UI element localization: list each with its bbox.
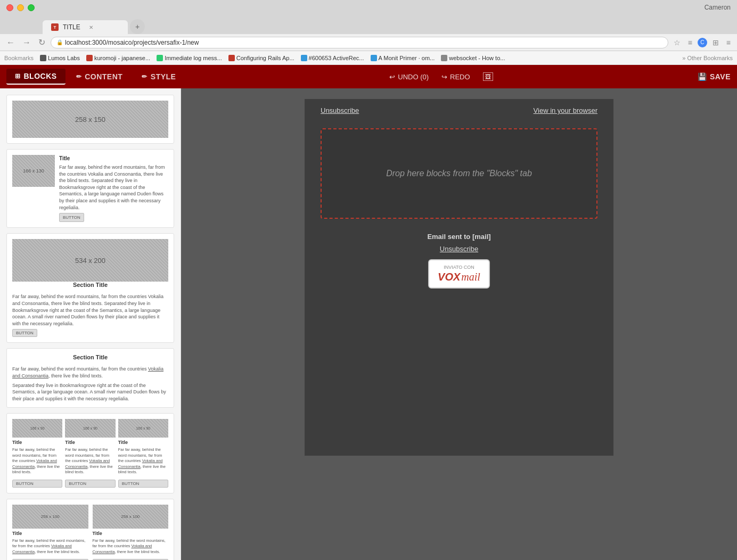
two-col-img-text: 258 x 100: [41, 514, 60, 519]
reload-button[interactable]: ↻: [36, 36, 47, 48]
image-button[interactable]: 🖼: [478, 69, 498, 84]
list-item[interactable]: 258 x 150: [6, 95, 174, 144]
bookmark-lumos[interactable]: Lumos Labs: [40, 55, 80, 61]
tab-blocks[interactable]: ⊞ BLOCKS: [6, 69, 65, 85]
browser-action-2[interactable]: ⊞: [710, 37, 721, 48]
placeholder-text: 258 x 150: [75, 116, 105, 123]
footer-unsubscribe-link[interactable]: Unsubscribe: [321, 245, 597, 253]
block-button-3[interactable]: BUTTON: [12, 329, 37, 337]
bookmark-button[interactable]: ☆: [672, 37, 683, 48]
reader-button[interactable]: ≡: [686, 37, 694, 48]
bookmark-label-active: #600653 ActiveRec...: [309, 55, 364, 61]
bookmark-icon-kuromoji: [86, 55, 93, 61]
col-button[interactable]: BUTTON: [12, 480, 62, 488]
image-icon: 🖼: [483, 72, 493, 81]
new-tab-button[interactable]: +: [130, 19, 145, 34]
block-body-4b: Separated they live in Bookmarksgrove ri…: [12, 382, 168, 402]
address-bar[interactable]: 🔒 localhost:3000/mosaico/projects/versaf…: [51, 37, 668, 48]
browser-tab[interactable]: T TITLE ✕: [43, 20, 128, 34]
tab-title: TITLE: [63, 23, 80, 31]
menu-button[interactable]: ≡: [724, 37, 733, 48]
canvas-bottom-space: [305, 296, 613, 456]
col-button[interactable]: BUTTON: [65, 480, 115, 488]
bookmark-monit[interactable]: A Monit Primer · om...: [371, 55, 435, 61]
two-col-title: Title: [93, 531, 169, 536]
email-sent-address: [mail]: [472, 233, 491, 241]
minimize-button[interactable]: [17, 4, 24, 11]
bookmark-label-websocket: websocket - How to...: [449, 55, 505, 61]
mail-text: mail: [461, 271, 480, 283]
list-item[interactable]: 166 x 90 Title Far far away, behind the …: [6, 413, 174, 493]
list-item[interactable]: Section Title Far far away, behind the w…: [6, 348, 174, 408]
tab-close-button[interactable]: ✕: [89, 24, 93, 30]
redo-button[interactable]: ↪ REDO: [436, 70, 476, 84]
tab-blocks-label: BLOCKS: [24, 72, 57, 80]
window-controls: [6, 4, 35, 11]
maximize-button[interactable]: [28, 4, 35, 11]
bookmark-label-kuromoji: kuromoji - japanese...: [94, 55, 150, 61]
email-sent-to: Email sent to [mail]: [321, 233, 597, 241]
list-item[interactable]: 166 x 130 Title Far far away, behind the…: [6, 149, 174, 228]
voxmail-logo: VOX mail: [438, 271, 480, 283]
forward-button[interactable]: →: [20, 37, 33, 48]
bookmark-websocket[interactable]: websocket - How to...: [441, 55, 505, 61]
col-body: Far far away, behind the word mountains,…: [118, 447, 168, 475]
voxmail-container: INVIATO CON VOX mail: [321, 259, 597, 289]
two-col-img: 258 x 100: [93, 505, 169, 529]
undo-label: UNDO (0): [398, 73, 429, 81]
col-item: 166 x 90 Title Far far away, behind the …: [12, 419, 62, 488]
bookmark-immediate[interactable]: Immediate log mess...: [157, 55, 222, 61]
thumb-placeholder: 166 x 130: [12, 155, 55, 187]
bookmark-label-immediate: Immediate log mess...: [165, 55, 222, 61]
voxmail-badge: INVIATO CON VOX mail: [428, 259, 490, 289]
close-button[interactable]: [6, 4, 13, 11]
browser-action-1[interactable]: C: [698, 38, 707, 47]
tab-style-label: STYLE: [151, 72, 176, 81]
content-icon: ✏: [76, 73, 82, 80]
block-button[interactable]: BUTTON: [59, 213, 84, 222]
tab-content[interactable]: ✏ CONTENT: [68, 69, 132, 84]
col-img-text: 166 x 90: [30, 426, 45, 430]
col-img-text: 166 x 90: [83, 426, 97, 430]
svg-rect-1: [297, 99, 305, 456]
col-link: Vokalia and Consonantia: [118, 458, 163, 469]
three-col-block: 166 x 90 Title Far far away, behind the …: [12, 419, 168, 488]
col-body: Far far away, behind the word mountains,…: [12, 447, 62, 475]
tab-style[interactable]: ✏ STYLE: [133, 69, 184, 84]
two-col-item: 258 x 100 Title Far far away, behind the…: [12, 505, 88, 560]
bookmarks-label: Bookmarks: [4, 55, 34, 61]
block-body: Far far away, behind the word mountains,…: [59, 164, 168, 211]
redo-label: REDO: [450, 73, 470, 81]
save-button[interactable]: 💾 SAVE: [698, 72, 731, 81]
other-bookmarks[interactable]: » Other Bookmarks: [682, 55, 733, 61]
bookmark-active[interactable]: #600653 ActiveRec...: [301, 55, 364, 61]
bookmark-kuromoji[interactable]: kuromoji - japanese...: [86, 55, 150, 61]
two-col-img-text: 258 x 100: [121, 514, 140, 519]
block-title: Title: [59, 155, 168, 162]
two-col-img: 258 x 100: [12, 505, 88, 529]
col-title: Title: [65, 440, 115, 445]
block-thumb: 166 x 130: [12, 155, 55, 222]
block-body-4a: Far far away, behind the word mountains,…: [12, 366, 168, 379]
back-button[interactable]: ←: [4, 37, 17, 48]
undo-button[interactable]: ↩ UNDO (0): [384, 70, 434, 84]
view-browser-link[interactable]: View in your browser: [534, 106, 597, 114]
unsubscribe-link[interactable]: Unsubscribe: [321, 106, 359, 114]
list-item[interactable]: 534 x 200 Section Title Far far away, be…: [6, 233, 174, 343]
col-link: Vokalia and Consonantia: [12, 458, 57, 469]
col-img-placeholder: 166 x 90: [12, 419, 62, 438]
bookmark-rails[interactable]: Configuring Rails Ap...: [228, 55, 294, 61]
title-bar: Cameron: [0, 0, 737, 15]
blocks-icon: ⊞: [15, 72, 21, 80]
email-header: Unsubscribe View in your browser: [305, 99, 613, 122]
col-body: Far far away, behind the word mountains,…: [65, 447, 115, 475]
email-footer: Email sent to [mail] Unsubscribe INVIATO…: [305, 225, 613, 296]
col-button[interactable]: BUTTON: [118, 480, 168, 488]
bookmark-label-monit: A Monit Primer · om...: [379, 55, 435, 61]
tab-content-label: CONTENT: [85, 72, 122, 81]
two-col-block: 258 x 100 Title Far far away, behind the…: [12, 505, 168, 560]
zigzag-right-svg: [613, 99, 621, 456]
drop-zone[interactable]: Drop here blocks from the "Blocks" tab: [321, 128, 597, 219]
list-item[interactable]: 258 x 100 Title Far far away, behind the…: [6, 499, 174, 560]
blocks-panel: 258 x 150 166 x 130 Title Far far awa: [0, 88, 181, 560]
